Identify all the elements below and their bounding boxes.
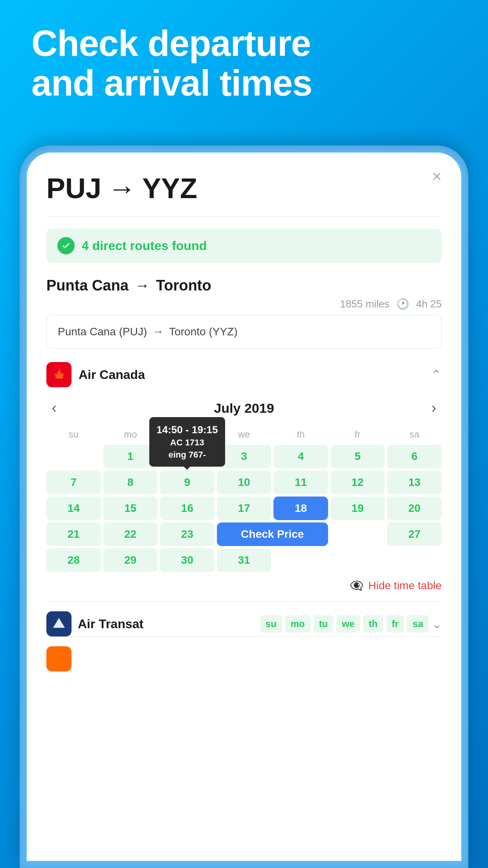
tooltip-time: 14:50 - 19:15 xyxy=(156,423,218,437)
airline1-left: 🍁 Air Canada xyxy=(46,362,145,387)
cal-cell-19[interactable]: 19 xyxy=(330,497,385,520)
cal-cell-20[interactable]: 20 xyxy=(387,497,442,520)
cal-cell-14[interactable]: 14 xyxy=(46,497,101,520)
cal-cell-empty-1 xyxy=(46,445,101,468)
section-arrow: → xyxy=(135,277,150,294)
cal-cell-11[interactable]: 11 xyxy=(273,471,328,494)
check-circle-icon xyxy=(57,237,75,254)
cal-cell-27[interactable]: 27 xyxy=(387,522,442,546)
cal-cell-28[interactable]: 28 xyxy=(46,548,101,572)
route-arrow: → xyxy=(108,172,136,204)
eye-slash-icon: 👁‍🗨 xyxy=(350,579,363,592)
airline2-left: Air Transat xyxy=(46,611,143,636)
cal-row-4: 21 22 23 Check Price 27 xyxy=(46,522,442,546)
airline2-expand-icon[interactable]: ⌄ xyxy=(432,617,442,631)
cal-cell-9-wrapper[interactable]: 9 14:50 - 19:15 AC 1713 eing 767- xyxy=(160,471,215,494)
phone-frame: × PUJ → YYZ 4 direct routes found Punta xyxy=(20,145,468,868)
routes-found-banner: 4 direct routes found xyxy=(46,228,442,263)
calendar-grid: su mo tu we th fr sa 1 2 3 4 5 6 xyxy=(46,427,442,572)
hero-title: Check departure and arrival times xyxy=(31,24,457,103)
cal-header-sa: sa xyxy=(387,427,442,442)
cal-header-fr: fr xyxy=(330,427,385,442)
cal-cell-16[interactable]: 16 xyxy=(160,497,215,520)
clock-icon: 🕐 xyxy=(396,298,409,310)
flight-tooltip: 14:50 - 19:15 AC 1713 eing 767- xyxy=(149,417,225,467)
cal-cell-5[interactable]: 5 xyxy=(330,445,385,468)
phone-screen: × PUJ → YYZ 4 direct routes found Punta xyxy=(27,153,461,861)
route-meta: 1855 miles 🕐 4h 25 xyxy=(46,298,442,310)
calendar-nav: ‹ July 2019 › xyxy=(46,397,442,419)
cal-cell-empty-5 xyxy=(387,548,442,572)
day-th: th xyxy=(363,615,383,633)
hide-timetable-button[interactable]: 👁‍🗨 Hide time table xyxy=(46,579,442,592)
cal-cell-8[interactable]: 8 xyxy=(103,471,158,494)
cal-cell-3[interactable]: 3 xyxy=(217,445,272,468)
airline2-name: Air Transat xyxy=(78,617,143,631)
collapse-icon[interactable]: ⌃ xyxy=(431,367,442,382)
cal-header-su: su xyxy=(46,427,101,442)
check-price-button[interactable]: Check Price xyxy=(217,522,328,546)
detail-arrow: → xyxy=(152,326,163,338)
city-to: Toronto xyxy=(156,277,211,294)
svg-marker-0 xyxy=(53,618,65,628)
modal-content: × PUJ → YYZ 4 direct routes found Punta xyxy=(27,153,461,861)
cal-cell-empty-3 xyxy=(273,548,328,572)
city-from: Punta Cana xyxy=(46,277,128,294)
airline1-name: Air Canada xyxy=(79,368,145,382)
day-sa: sa xyxy=(407,615,429,633)
cal-cell-7[interactable]: 7 xyxy=(46,471,101,494)
cal-cell-empty-2 xyxy=(330,522,385,546)
air-canada-logo: 🍁 xyxy=(46,362,72,387)
cal-cell-10[interactable]: 10 xyxy=(217,471,272,494)
cal-cell-23[interactable]: 23 xyxy=(160,522,215,546)
tooltip-flight: AC 1713 xyxy=(156,437,218,449)
cal-next-button[interactable]: › xyxy=(426,397,442,419)
cal-row-3: 14 15 16 17 18 19 20 xyxy=(46,497,442,520)
day-we: we xyxy=(336,615,360,633)
airline2-row: Air Transat su mo tu we th fr sa ⌄ xyxy=(46,601,442,636)
cal-cell-15[interactable]: 15 xyxy=(103,497,158,520)
cal-cell-6[interactable]: 6 xyxy=(387,445,442,468)
cal-cell-21[interactable]: 21 xyxy=(46,522,101,546)
cal-row-2: 7 8 9 14:50 - 19:15 AC 1713 eing 767- 10… xyxy=(46,471,442,494)
cal-cell-empty-4 xyxy=(330,548,385,572)
cal-cell-22[interactable]: 22 xyxy=(103,522,158,546)
destination-code: YYZ xyxy=(142,172,197,204)
routes-found-text: 4 direct routes found xyxy=(82,239,207,253)
cal-row-1: 1 2 3 4 5 6 xyxy=(46,445,442,468)
hide-timetable-label: Hide time table xyxy=(368,579,442,592)
cal-cell-17[interactable]: 17 xyxy=(217,497,272,520)
route-title: PUJ → YYZ xyxy=(46,172,442,204)
day-fr: fr xyxy=(386,615,404,633)
cal-cell-4[interactable]: 4 xyxy=(273,445,328,468)
miles-text: 1855 miles xyxy=(340,298,389,310)
origin-code: PUJ xyxy=(46,172,101,204)
cal-cell-29[interactable]: 29 xyxy=(103,548,158,572)
airline1-header: 🍁 Air Canada ⌃ xyxy=(46,358,442,391)
duration-text: 4h 25 xyxy=(416,298,442,310)
detail-from: Punta Cana (PUJ) xyxy=(58,326,147,338)
air-transat-logo xyxy=(46,611,72,636)
cal-cell-31[interactable]: 31 xyxy=(217,548,272,572)
airline2-days: su mo tu we th fr sa ⌄ xyxy=(260,615,442,633)
detail-to: Toronto (YYZ) xyxy=(169,326,237,338)
route-detail-box: Punta Cana (PUJ) → Toronto (YYZ) xyxy=(46,315,442,349)
close-button[interactable]: × xyxy=(432,168,442,185)
cal-header-we: we xyxy=(217,427,272,442)
airline3-row xyxy=(46,636,442,671)
day-tu: tu xyxy=(314,615,334,633)
day-su: su xyxy=(260,615,282,633)
cal-prev-button[interactable]: ‹ xyxy=(46,397,62,419)
cal-cell-12[interactable]: 12 xyxy=(330,471,385,494)
cal-cell-30[interactable]: 30 xyxy=(160,548,215,572)
airline3-logo xyxy=(46,646,72,671)
cal-cell-18-selected[interactable]: 18 xyxy=(273,497,328,520)
cal-month-label: July 2019 xyxy=(214,401,274,416)
divider-1 xyxy=(46,216,442,217)
section-title: Punta Cana → Toronto xyxy=(46,277,442,294)
cal-cell-13[interactable]: 13 xyxy=(387,471,442,494)
cal-header-th: th xyxy=(273,427,328,442)
cal-row-5: 28 29 30 31 xyxy=(46,548,442,572)
cal-header-row: su mo tu we th fr sa xyxy=(46,427,442,442)
day-mo: mo xyxy=(285,615,310,633)
